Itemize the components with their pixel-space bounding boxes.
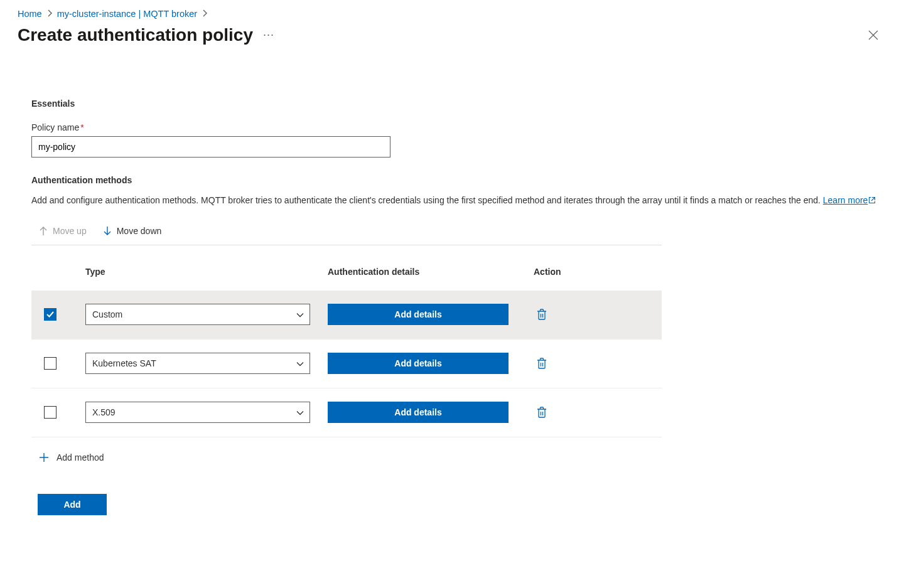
arrow-down-icon [103, 226, 112, 236]
close-icon [868, 29, 879, 41]
delete-button[interactable] [534, 355, 550, 372]
trash-icon [536, 308, 547, 321]
external-link-icon [868, 195, 876, 208]
page-header: Create authentication policy ··· [18, 25, 881, 45]
trash-icon [536, 406, 547, 419]
auth-methods-description: Add and configure authentication methods… [31, 194, 881, 208]
type-select[interactable]: X.509 [85, 402, 310, 423]
add-button[interactable]: Add [38, 494, 107, 515]
col-details: Authentication details [328, 267, 526, 277]
essentials-title: Essentials [31, 99, 881, 109]
breadcrumb: Home my-cluster-instance | MQTT broker [18, 9, 881, 19]
delete-button[interactable] [534, 306, 550, 323]
more-icon[interactable]: ··· [263, 28, 274, 43]
add-details-button[interactable]: Add details [328, 402, 509, 423]
add-details-button[interactable]: Add details [328, 353, 509, 374]
chevron-right-icon [46, 9, 53, 19]
check-icon [46, 311, 54, 318]
add-details-button[interactable]: Add details [328, 304, 509, 325]
type-select[interactable]: Kubernetes SAT [85, 353, 310, 374]
plus-icon [39, 452, 49, 462]
divider [31, 245, 662, 245]
col-type: Type [85, 267, 328, 277]
footer-actions: Add [31, 494, 881, 515]
table-row: X.509 Add details [31, 388, 662, 437]
row-checkbox[interactable] [44, 357, 57, 370]
page-title: Create authentication policy [18, 25, 253, 45]
move-toolbar: Move up Move down [31, 223, 881, 238]
breadcrumb-home[interactable]: Home [18, 9, 42, 19]
table-row: Custom Add details [31, 291, 662, 339]
auth-methods-title: Authentication methods [31, 175, 881, 185]
chevron-right-icon [201, 9, 208, 19]
table-row: Kubernetes SAT Add details [31, 339, 662, 388]
row-checkbox[interactable] [44, 308, 57, 321]
trash-icon [536, 357, 547, 370]
type-select[interactable]: Custom [85, 304, 310, 325]
arrow-up-icon [39, 226, 48, 236]
table-header: Type Authentication details Action [31, 260, 662, 291]
learn-more-link[interactable]: Learn more [823, 195, 876, 205]
close-button[interactable] [865, 27, 881, 43]
auth-methods-table: Type Authentication details Action Custo… [31, 260, 662, 437]
delete-button[interactable] [534, 404, 550, 421]
policy-name-label: Policy name* [31, 122, 881, 132]
row-checkbox[interactable] [44, 406, 57, 419]
policy-name-input[interactable] [31, 136, 390, 158]
required-indicator: * [80, 122, 83, 132]
breadcrumb-instance[interactable]: my-cluster-instance | MQTT broker [57, 9, 197, 19]
move-up-button[interactable]: Move up [38, 223, 88, 238]
move-down-button[interactable]: Move down [102, 223, 163, 238]
add-method-button[interactable]: Add method [38, 450, 105, 465]
col-action: Action [526, 267, 662, 277]
